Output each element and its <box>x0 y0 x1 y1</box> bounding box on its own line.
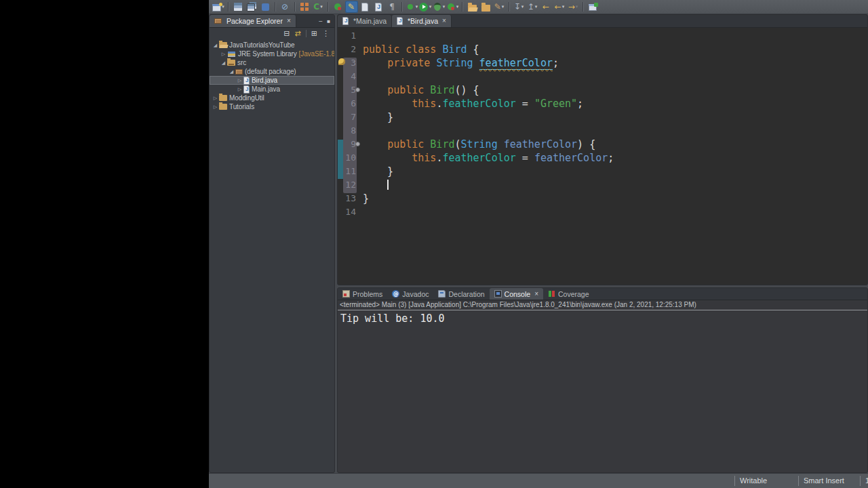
code-text: } <box>356 165 393 178</box>
code-line[interactable]: 9 public Bird(String featherColor) { <box>338 138 867 151</box>
code-text <box>356 205 363 219</box>
tab-main-java[interactable]: *Main.java <box>338 15 392 27</box>
tab-javadoc[interactable]: Javadoc <box>387 288 433 300</box>
dropdown-arrow-icon[interactable]: ▾ <box>320 4 323 9</box>
run-external-tools-icon[interactable] <box>332 1 344 13</box>
expander-icon[interactable]: ▷ <box>212 96 219 101</box>
minimize-icon[interactable]: – <box>319 18 322 24</box>
toolbar-separator <box>401 2 402 12</box>
open-element-icon[interactable] <box>259 1 272 13</box>
expander-icon[interactable]: ▷ <box>236 78 243 83</box>
import-icon[interactable] <box>479 1 492 13</box>
new-class-icon[interactable]: C▾ <box>312 1 325 13</box>
tree-item-bird-java[interactable]: ▷Bird.java <box>210 76 334 85</box>
dropdown-arrow-icon[interactable]: ▾ <box>576 4 578 9</box>
code-line[interactable]: 5 public Bird() { <box>338 83 867 97</box>
collapse-all-icon[interactable]: ⊟ <box>283 30 290 37</box>
code-line[interactable]: 10 this.featherColor = featherColor; <box>338 151 867 165</box>
code-text <box>356 70 363 83</box>
format-icon[interactable]: ✎▾ <box>493 1 506 13</box>
code-line[interactable]: 8 <box>338 124 867 138</box>
tree-item-jre-system-library[interactable]: ▷JRE System Library[JavaSE-1.8] <box>210 49 334 58</box>
maximize-icon[interactable]: ■ <box>327 18 330 24</box>
tree-item-tutorials[interactable]: ▷Tutorials <box>210 102 334 111</box>
close-icon[interactable]: × <box>287 18 291 24</box>
expander-icon[interactable]: ◢ <box>212 43 219 48</box>
expander-icon[interactable]: ◢ <box>220 60 227 66</box>
code-line[interactable]: 6 this.featherColor = "Green"; <box>338 97 867 110</box>
dropdown-arrow-icon[interactable]: ▾ <box>429 4 432 9</box>
dropdown-arrow-icon[interactable]: ▾ <box>502 4 505 9</box>
code-editor[interactable]: 12public class Bird {3 private String fe… <box>338 28 867 285</box>
presentation-icon[interactable]: ⊞ <box>311 30 317 37</box>
warning-marker-icon[interactable] <box>338 58 345 65</box>
close-icon[interactable]: × <box>534 291 538 298</box>
open-type-icon[interactable] <box>372 1 385 13</box>
dropdown-arrow-icon[interactable]: ▾ <box>416 4 418 9</box>
view-menu-icon[interactable]: ⋮ <box>322 30 330 37</box>
code-line[interactable]: 11 } <box>338 165 867 178</box>
code-line[interactable]: 14 <box>338 205 867 219</box>
expander-icon[interactable]: ▷ <box>212 104 219 110</box>
code-line[interactable]: 12 <box>338 178 867 192</box>
tree-item-main-java[interactable]: ▷Main.java <box>210 85 334 94</box>
expander-icon[interactable]: ◢ <box>228 69 235 75</box>
save-all-icon[interactable] <box>245 1 258 13</box>
console-tabstrip: ProblemsJavadocDeclarationConsole×Covera… <box>338 288 867 300</box>
code-lines: 12public class Bird {3 private String fe… <box>338 29 867 219</box>
tree-item-src[interactable]: ◢src <box>210 58 334 67</box>
dropdown-arrow-icon[interactable]: ▾ <box>443 4 446 9</box>
dropdown-arrow-icon[interactable]: ▾ <box>562 4 565 9</box>
dropdown-arrow-icon[interactable]: ▾ <box>521 4 524 9</box>
save-icon[interactable] <box>232 1 245 13</box>
tab-coverage[interactable]: Coverage <box>543 288 594 300</box>
dropdown-arrow-icon[interactable]: ▾ <box>535 4 538 9</box>
expander-icon[interactable]: ▷ <box>220 52 227 57</box>
expander-icon[interactable]: ▷ <box>236 87 243 92</box>
forward-icon[interactable]: →▾ <box>567 1 580 13</box>
code-line[interactable]: 1 <box>338 29 867 43</box>
tab-declaration[interactable]: Declaration <box>433 288 489 300</box>
open-folder-icon[interactable] <box>466 1 479 13</box>
close-icon[interactable]: × <box>442 18 446 24</box>
new-wizard-icon[interactable]: ▾ <box>212 1 225 13</box>
code-line[interactable]: 3 private String featherColor; <box>338 56 867 70</box>
mark-occurrences-icon[interactable]: ✎ <box>345 1 358 13</box>
next-annotation-icon[interactable]: ↧▾ <box>513 1 526 13</box>
dropdown-arrow-icon[interactable]: ▾ <box>456 4 459 9</box>
debug-icon[interactable]: ▾ <box>433 1 446 13</box>
coverage-icon[interactable]: ▾ <box>446 1 459 13</box>
javadoc-icon <box>392 290 399 298</box>
run-last-launched-icon[interactable]: ▾ <box>406 1 418 13</box>
last-edit-location-icon[interactable]: ← <box>540 1 553 13</box>
tab-problems[interactable]: Problems <box>338 288 387 300</box>
skip-all-breakpoints-icon[interactable]: ⊘ <box>279 1 292 13</box>
tree-item-moddingutil[interactable]: ▷ModdingUtil <box>210 94 334 102</box>
link-with-editor-icon[interactable]: ⇄ <box>295 30 301 37</box>
t-java-icon <box>243 85 250 94</box>
new-java-project-icon[interactable] <box>298 1 311 13</box>
code-line[interactable]: 4 <box>338 70 867 83</box>
declaration-icon <box>438 290 446 298</box>
previous-annotation-icon[interactable]: ↥▾ <box>526 1 539 13</box>
status-cursor-position: 12 <box>860 476 868 486</box>
show-whitespace-icon[interactable]: ¶ <box>386 1 399 13</box>
tab-console[interactable]: Console× <box>490 288 543 300</box>
search-icon[interactable] <box>359 1 372 13</box>
tree-item-javatutorialsyoutube[interactable]: ◢JavaTutorialsYouTube <box>210 41 334 49</box>
open-perspective-icon[interactable] <box>587 1 599 13</box>
package-explorer-panel: Package Explorer × – ■ ⊟⇄⊞⋮ ◢JavaTutoria… <box>209 14 335 473</box>
main-toolbar: ▾⊘C▾✎¶▾▾▾▾✎▾↧▾↥▾←←▾→▾ <box>209 0 868 14</box>
tab-bird-java[interactable]: *Bird.java× <box>392 15 452 27</box>
console-output[interactable]: Tip will be: 10.0 <box>338 310 867 327</box>
status-smart-insert[interactable]: Smart Insert <box>798 476 860 486</box>
code-line[interactable]: 13} <box>338 192 867 205</box>
run-icon[interactable]: ▾ <box>419 1 432 13</box>
tab-package-explorer[interactable]: Package Explorer × <box>210 15 296 27</box>
coverage-icon <box>548 290 555 298</box>
code-line[interactable]: 2public class Bird { <box>338 43 867 56</box>
back-icon[interactable]: ←▾ <box>553 1 566 13</box>
console-panel: ProblemsJavadocDeclarationConsole×Covera… <box>337 287 868 473</box>
code-line[interactable]: 7 } <box>338 110 867 124</box>
tree-item-default-package[interactable]: ◢(default package) <box>210 67 334 76</box>
